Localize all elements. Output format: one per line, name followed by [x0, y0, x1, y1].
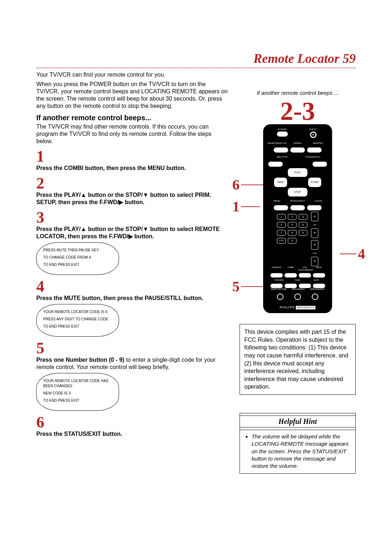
step-3-screen: PRESS MUTE THEN PAUSE KEY TO CHANGE CODE… — [36, 242, 119, 275]
screen-line: PRESS ANY DIGIT TO CHANGE CODE — [43, 317, 112, 322]
pill-button — [313, 162, 327, 167]
hint-box: Helpful Hint — [240, 413, 356, 430]
callout-num: 6 — [232, 175, 240, 195]
num-button: 7 — [277, 230, 286, 236]
figure-big-label: 2-3 — [240, 98, 356, 124]
num-button: 6 — [299, 222, 307, 228]
screen-line: NEW CODE IS 3 — [43, 391, 112, 396]
pill-button — [290, 205, 305, 210]
brand-row: PHILIPSMAGNAVOX — [263, 305, 332, 309]
circle-button — [312, 293, 318, 300]
callout-6: 6 — [232, 175, 264, 195]
screen-line: YOUR REMOTE LOCATOR CODE HAS BEEN CHANGE… — [43, 378, 112, 389]
callout-4: 4 — [340, 244, 365, 264]
ffwd-button: F.FWD — [308, 178, 321, 187]
play-button: PLAY — [288, 168, 307, 177]
pill-button — [313, 273, 325, 278]
slow-label: SLOW — [308, 279, 324, 281]
circle-button — [294, 293, 301, 300]
left-column: Your TV/VCR can find your remote control… — [36, 71, 229, 474]
sub-heading: If another remote control beeps... — [36, 113, 229, 122]
power-button — [277, 131, 288, 137]
step-2-text: Press the PLAY/▲ button or the STOP/▼ bu… — [36, 191, 229, 206]
callout-num: 1 — [232, 197, 240, 216]
clear-label: CLEAR — [308, 199, 328, 202]
menu-label: MENU — [267, 199, 287, 202]
num-button: 4 — [277, 222, 286, 228]
num-button: 3 — [299, 214, 307, 220]
pill-button — [270, 284, 283, 288]
fadv-label: F.ADV — [289, 279, 306, 281]
title-text: Remote Locator — [253, 51, 339, 66]
screen-line: PRESS MUTE THEN PAUSE KEY — [43, 248, 112, 253]
status-label: STATUS/EXIT — [287, 199, 308, 202]
remote-figure: 6 1 5 4 POWER EJECT — [243, 124, 352, 313]
vol-label: VOL — [313, 252, 317, 255]
pill-button — [307, 205, 322, 210]
step-5-number: 5 — [36, 340, 229, 356]
step-5-screen: YOUR REMOTE LOCATOR CODE HAS BEEN CHANGE… — [36, 373, 119, 411]
step-3-number: 3 — [36, 210, 229, 226]
nav-pad: PLAY REW F.FWD STOP — [274, 168, 321, 197]
pill-button — [290, 147, 305, 153]
power-label: POWER — [267, 128, 298, 131]
eject-button — [310, 131, 317, 138]
pill-button — [285, 284, 297, 288]
ch-up-button: ▴ — [311, 212, 318, 221]
callout-num: 4 — [358, 244, 365, 264]
pill-button — [285, 273, 297, 278]
page-number: 59 — [343, 51, 356, 66]
num-button: 9 — [299, 230, 307, 236]
step-1-number: 1 — [36, 149, 229, 165]
hint-body: The volume will be delayed while the LOC… — [240, 430, 356, 474]
smart-label: SMART\nPICTURE — [271, 288, 287, 291]
sub-intro: The TV/VCR may find other remote control… — [36, 123, 229, 145]
combi-label: COMBI — [285, 266, 297, 271]
skip-label: SKIP\nSEARCH — [291, 288, 305, 291]
figure-caption: If another remote control beeps ... — [240, 89, 356, 97]
hint-title: Helpful Hint — [240, 416, 355, 428]
pill-button — [307, 147, 322, 153]
ch-label: CH — [313, 223, 317, 226]
pill-button — [313, 284, 325, 288]
callout-num: 5 — [232, 277, 240, 296]
brand-magnavox: MAGNAVOX — [296, 306, 315, 309]
step-6-text: Press the STATUS/EXIT button. — [36, 430, 229, 438]
step-6-number: 6 — [36, 414, 229, 430]
rew-button: REW — [274, 178, 287, 187]
step-5-bold: Press one Number button (0 - 9) — [36, 357, 124, 363]
callout-5: 5 — [232, 277, 263, 296]
step-5-text: Press one Number button (0 - 9) to enter… — [36, 356, 229, 371]
stop-button: STOP — [288, 188, 307, 197]
callout-line — [241, 206, 260, 207]
eject-label: EJECT — [298, 128, 328, 131]
intro-line1: Your TV/VCR can find your remote control… — [36, 71, 229, 78]
divider — [36, 68, 356, 68]
step-1-text: Press the COMBI button, then press the M… — [36, 165, 229, 172]
callout-line — [241, 286, 263, 287]
num-button: 5 — [288, 222, 297, 228]
intro-block: Your TV/VCR can find your remote control… — [36, 71, 229, 110]
mute-label: MUTE — [313, 266, 325, 271]
page-title: Remote Locator 59 — [36, 51, 356, 66]
pill-button — [274, 147, 288, 153]
num-button: 8 — [288, 230, 297, 236]
sleep-label: SLEEP/WAKE UP — [267, 142, 287, 145]
recotr-label: REC/OTR — [267, 155, 298, 158]
side-buttons: ▴ CH ▾ ▴ VOL ▾ — [311, 212, 318, 266]
remote-control: POWER EJECT SLEEP/WAKE UP SPEED MEMORY — [263, 124, 332, 313]
pill-button — [268, 162, 283, 167]
pill-button — [299, 273, 311, 278]
memory-label: MEMORY — [308, 142, 328, 145]
screen-line: YOUR REMOTE LOCATOR CODE IS 4 — [43, 309, 112, 315]
vcrplus-label: VCR PLUS+\nREVIEW — [299, 266, 311, 271]
vol-up-button: ▴ — [311, 240, 318, 250]
hint-item: The volume will be delayed while the LOC… — [252, 433, 351, 470]
callout-line — [340, 254, 356, 254]
index-label: INDEX\nSEARCH — [310, 288, 324, 291]
vol-down-button: ▾ — [311, 257, 318, 266]
num-button: 0 — [288, 238, 297, 244]
step-3-text: Press the PLAY/▲ button or the STOP/▼ bu… — [36, 226, 229, 240]
number-pad: 1 2 3 4 5 6 7 8 9 A.CH 0 — [277, 214, 307, 244]
columns: Your TV/VCR can find your remote control… — [36, 71, 356, 474]
